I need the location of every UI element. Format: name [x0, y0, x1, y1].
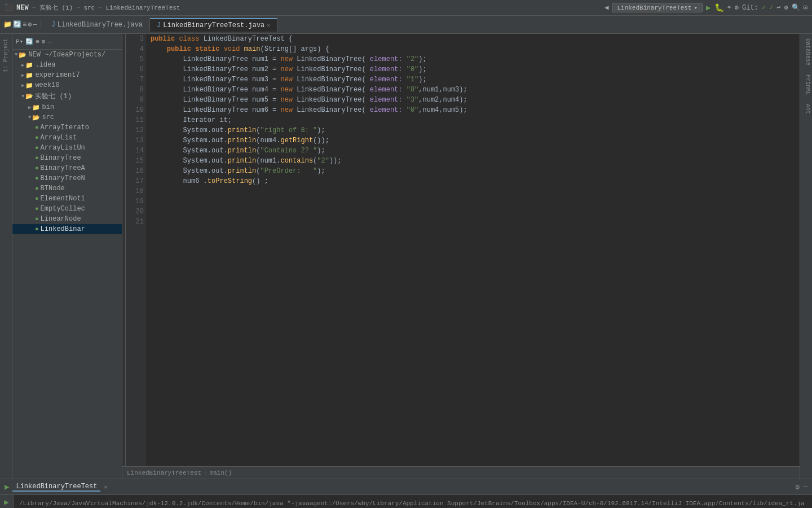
run-icon[interactable]: ▶ [706, 3, 710, 12]
src-label: src [83, 5, 95, 11]
tree-item-arraylist[interactable]: ● ArrayList [12, 133, 122, 143]
tree-label-bin: bin [42, 103, 54, 111]
tree-item-binarytreen[interactable]: ● BinaryTreeN [12, 173, 122, 183]
tree-label-emptycollec: EmptyCollec [41, 205, 85, 213]
sidebar-icon1[interactable]: P▾ [16, 38, 23, 45]
breadcrumb: LinkedBinaryTreeTest › main() [122, 466, 800, 479]
tree-item-src[interactable]: ▼ 📂 src [12, 112, 122, 122]
run-tab-active[interactable]: LinkedBinaryTreeTest [12, 483, 100, 492]
tree-label-exp7: experiment7 [35, 71, 80, 79]
emptycollec-icon: ● [35, 205, 39, 212]
code-line-11: LinkedBinaryTree num6 = new LinkedBinary… [151, 105, 795, 115]
tree-item-new[interactable]: ▼ 📂 NEW ~/IdeaProjects/ [12, 50, 122, 60]
tree-item-lab7[interactable]: ▼ 📂 实验七 (1) [12, 90, 122, 102]
elementnoti-icon: ● [35, 195, 39, 202]
tree-item-binarytree[interactable]: ● BinaryTree [12, 153, 122, 163]
run-config-dropdown[interactable]: LinkedBinaryTreeTest ▾ [612, 3, 703, 12]
code-lines[interactable]: public class LinkedBinaryTreeTest { publ… [146, 34, 800, 466]
run-tab-close-icon[interactable]: ✕ [104, 484, 107, 491]
file-tab-1[interactable]: J LinkedBinaryTree.java [45, 19, 150, 31]
project-icon[interactable]: 📁 [3, 20, 12, 29]
bin-folder-icon: 📁 [32, 104, 40, 111]
file2-icon: J [157, 21, 161, 29]
file2-close-icon[interactable]: ✕ [267, 22, 270, 29]
tree-item-week10[interactable]: ▶ 📁 week10 [12, 80, 122, 90]
tree-item-arraylistun[interactable]: ● ArrayListUn [12, 143, 122, 153]
ln-13: 13 [128, 135, 144, 146]
tree-item-elementnoti[interactable]: ● ElementNoti [12, 194, 122, 204]
maximize-icon[interactable]: ⊡ [804, 3, 807, 12]
run-icon-header[interactable]: ▶ [5, 482, 9, 492]
sidebar-sync-icon[interactable]: 🔄 [25, 38, 33, 45]
toolbar-sync-icon[interactable]: 🔄 [13, 20, 21, 29]
code-line-10: LinkedBinaryTree num5 = new LinkedBinary… [151, 95, 795, 105]
right-panels: Database PrinML Ant [800, 34, 812, 479]
debug-icon[interactable]: 🐛 [714, 3, 724, 12]
settings-icon[interactable]: ⚙ [784, 3, 788, 12]
title-bar-right: ◀ LinkedBinaryTreeTest ▾ ▶ 🐛 ☂ ⚙ Git: ✓ … [604, 3, 807, 12]
tree-label-linkedbinar: LinkedBinar [41, 225, 85, 233]
sidebar-gear-icon[interactable]: ⚙ [42, 38, 46, 45]
tree-item-exp7[interactable]: ▶ 📁 experiment7 [12, 70, 122, 80]
tree-item-idea[interactable]: ▶ 📁 .idea [12, 60, 122, 70]
ln-6: 6 [128, 64, 144, 75]
database-tab[interactable]: Database [800, 34, 812, 70]
back-icon[interactable]: ◀ [604, 3, 608, 12]
tree-item-emptycollec[interactable]: ● EmptyCollec [12, 204, 122, 214]
toolbar-icon1[interactable]: ⚙ [735, 3, 739, 12]
left-vertical-tabs: 1: Project [0, 34, 12, 479]
ln-9: 9 [128, 95, 144, 105]
tree-arrow-exp7: ▶ [21, 72, 24, 78]
tree-item-arrayiterator[interactable]: ● ArrayIterato [12, 122, 122, 133]
coverage-icon[interactable]: ☂ [727, 3, 731, 12]
title-bar: ⬛ NEW – 实验七 (1) – src – LinkedBinaryTree… [0, 0, 812, 16]
sidebar-minus-icon[interactable]: — [47, 38, 51, 45]
search-icon[interactable]: 🔍 [792, 3, 800, 12]
src-folder-icon: 📂 [32, 114, 40, 121]
title-bar-left: ⬛ NEW – 实验七 (1) – src – LinkedBinaryTree… [5, 3, 600, 12]
tree-item-linkedbinar[interactable]: ● LinkedBinar [12, 224, 122, 234]
title-separator3: – [98, 4, 102, 12]
line-numbers: 3 4 5 6 7 8 9 10 11 12 13 14 15 16 17 18… [126, 34, 146, 466]
run-settings-icon[interactable]: ⚙ [795, 483, 800, 492]
tree-label-btnode: BTNode [41, 185, 65, 192]
code-line-14: System.out.println("right of 8: "); [151, 125, 795, 135]
btnode-icon: ● [35, 185, 39, 192]
tree-label-arraylistun: ArrayListUn [41, 144, 85, 152]
project-tab-label[interactable]: 1: Project [2, 36, 10, 75]
run-minimize-icon[interactable]: — [803, 483, 807, 491]
idea-folder-icon: 📁 [25, 62, 33, 69]
printml-tab[interactable]: PrinML [800, 70, 812, 99]
toolbar-config-icon[interactable]: ≡ [23, 21, 27, 29]
ln-12: 12 [128, 125, 144, 135]
ln-16: 16 [128, 166, 144, 176]
ln-21: 21 [128, 217, 144, 227]
run-left-toolbar: ▶ ■ ↩ ↓ ↵ ≡ 📌 ⚙ 🗑 📍 [0, 495, 14, 508]
toolbar-minus-icon[interactable]: — [33, 21, 37, 29]
sidebar-config-icon[interactable]: ≡ [36, 38, 39, 45]
breadcrumb-sep1: › [204, 470, 208, 476]
new-folder-icon: 📂 [19, 51, 27, 59]
code-line-17: System.out.println(num1.contains("2")); [151, 156, 795, 166]
file-label: LinkedBinaryTreeTest [105, 5, 180, 11]
tree-item-binarytreea[interactable]: ● BinaryTreeA [12, 163, 122, 173]
run-play-icon[interactable]: ▶ [4, 497, 8, 507]
tree-item-linearnode[interactable]: ● LinearNode [12, 214, 122, 224]
file2-label: LinkedBinaryTreeTest.java [163, 21, 264, 29]
run-panel-header: ▶ LinkedBinaryTreeTest ✕ ⚙ — [0, 479, 812, 495]
git-check-icon: ✓ [762, 3, 766, 12]
project-sidebar: P▾ 🔄 ≡ ⚙ — ▼ 📂 NEW ~/IdeaProjects/ ▶ 📁 .… [12, 34, 122, 479]
tree-arrow-week10: ▶ [21, 82, 24, 89]
tree-item-btnode[interactable]: ● BTNode [12, 183, 122, 194]
file-tab-2[interactable]: J LinkedBinaryTreeTest.java ✕ [150, 18, 277, 32]
code-line-13: Iterator it; [151, 115, 795, 125]
binarytree-icon: ● [35, 155, 39, 161]
ant-tab[interactable]: Ant [800, 99, 812, 119]
toolbar-gear-icon[interactable]: ⚙ [28, 20, 32, 29]
binarytreen-icon: ● [35, 175, 39, 182]
undo-icon[interactable]: ↩ [776, 3, 780, 12]
code-line-6: LinkedBinaryTree num1 = new LinkedBinary… [151, 54, 795, 64]
breadcrumb-file: LinkedBinaryTreeTest [127, 470, 201, 476]
breadcrumb-method: main() [210, 470, 232, 476]
tree-item-bin[interactable]: ▶ 📁 bin [12, 102, 122, 112]
